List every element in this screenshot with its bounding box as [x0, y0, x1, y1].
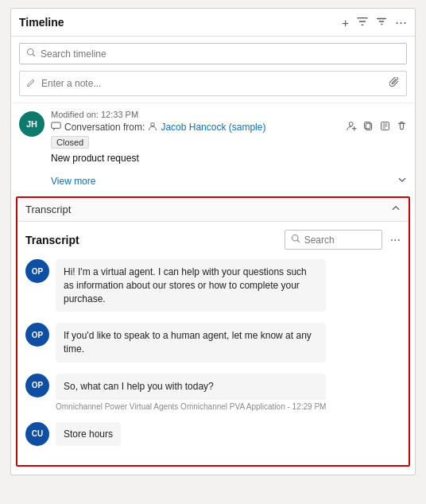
- transcript-chevron-up-icon[interactable]: [391, 204, 401, 215]
- chat-avatar-op3: OP: [25, 374, 49, 397]
- chat-bubble-wrap: So, what can I help you with today? Omni…: [56, 374, 326, 411]
- chat-bubble-wrap: Store hours: [56, 422, 121, 446]
- activity-item: JH Modified on: 12:33 PM Conversation fr…: [11, 103, 415, 172]
- timeline-panel: Timeline + ⋯: [10, 8, 416, 475]
- view-more[interactable]: View more: [11, 172, 415, 193]
- chat-message: CU Store hours: [25, 422, 401, 446]
- chevron-down-icon: [397, 175, 407, 187]
- copy-icon[interactable]: [363, 121, 374, 134]
- attachment-icon[interactable]: [389, 77, 400, 90]
- person-add-icon[interactable]: [347, 121, 357, 134]
- chat-bubble-wrap: If you'd like to speak to a human agent,…: [56, 323, 326, 362]
- person-name[interactable]: Jacob Hancock (sample): [161, 122, 265, 133]
- transcript-section: Transcript Transcript: [16, 196, 410, 467]
- chat-bubble: So, what can I help you with today?: [56, 374, 326, 400]
- transcript-more-icon[interactable]: ···: [390, 233, 401, 247]
- filter-icon[interactable]: [357, 16, 368, 29]
- delete-icon[interactable]: [397, 121, 407, 134]
- svg-point-3: [349, 122, 353, 126]
- chat-avatar-op: OP: [25, 259, 49, 283]
- conversation-icon: [51, 122, 61, 133]
- activity-action-icons: [347, 121, 407, 134]
- transcript-search-input[interactable]: [304, 235, 376, 246]
- note-input[interactable]: [41, 78, 385, 89]
- chat-bubble-wrap: Hi! I'm a virtual agent. I can help with…: [56, 259, 326, 312]
- activity-header-row: Conversation from: Jacob Hancock (sample…: [51, 121, 407, 134]
- sort-icon[interactable]: [376, 16, 387, 29]
- search-timeline-icon: [26, 48, 36, 60]
- chat-message: OP Hi! I'm a virtual agent. I can help w…: [25, 259, 401, 312]
- transcript-title: Transcript: [25, 234, 79, 246]
- search-timeline-bar[interactable]: [19, 43, 407, 64]
- svg-rect-1: [52, 122, 60, 128]
- view-more-label: View more: [51, 176, 95, 187]
- chat-bubble-partial: Store hours: [56, 422, 121, 446]
- add-icon[interactable]: +: [342, 16, 349, 29]
- activity-modified: Modified on: 12:33 PM: [51, 110, 407, 119]
- activity-subject: New product request: [51, 153, 407, 164]
- header-icons: + ⋯: [342, 15, 407, 29]
- chat-bubble: Hi! I'm a virtual agent. I can help with…: [56, 259, 326, 312]
- conversation-from-label: Conversation from:: [64, 122, 145, 133]
- transcript-section-label: Transcript: [25, 204, 71, 215]
- chat-meta: Omnichannel Power Virtual Agents Omnicha…: [56, 402, 326, 411]
- panel-header: Timeline + ⋯: [11, 9, 415, 37]
- note-bar[interactable]: [19, 71, 407, 96]
- chat-message: OP So, what can I help you with today? O…: [25, 374, 401, 411]
- transcript-search-bar[interactable]: [285, 230, 382, 250]
- edit2-icon[interactable]: [380, 121, 390, 134]
- chat-avatar-op2: OP: [25, 323, 49, 347]
- chat-avatar-cu: CU: [25, 422, 49, 446]
- edit-icon: [26, 77, 37, 90]
- chat-messages: OP Hi! I'm a virtual agent. I can help w…: [25, 259, 401, 446]
- more-icon[interactable]: ⋯: [395, 15, 407, 29]
- panel-title: Timeline: [19, 16, 342, 29]
- transcript-search-icon: [291, 234, 300, 246]
- svg-point-2: [151, 122, 155, 126]
- chat-bubble: If you'd like to speak to a human agent,…: [56, 323, 326, 362]
- chat-message: OP If you'd like to speak to a human age…: [25, 323, 401, 362]
- transcript-inner: Transcript ···: [17, 222, 409, 465]
- activity-content: Modified on: 12:33 PM Conversation from:…: [51, 110, 407, 165]
- status-badge: Closed: [51, 136, 89, 149]
- search-timeline-input[interactable]: [41, 48, 400, 60]
- transcript-section-header: Transcript: [17, 198, 409, 222]
- avatar: JH: [19, 111, 45, 137]
- person-icon: [148, 122, 157, 134]
- transcript-inner-header: Transcript ···: [25, 230, 401, 250]
